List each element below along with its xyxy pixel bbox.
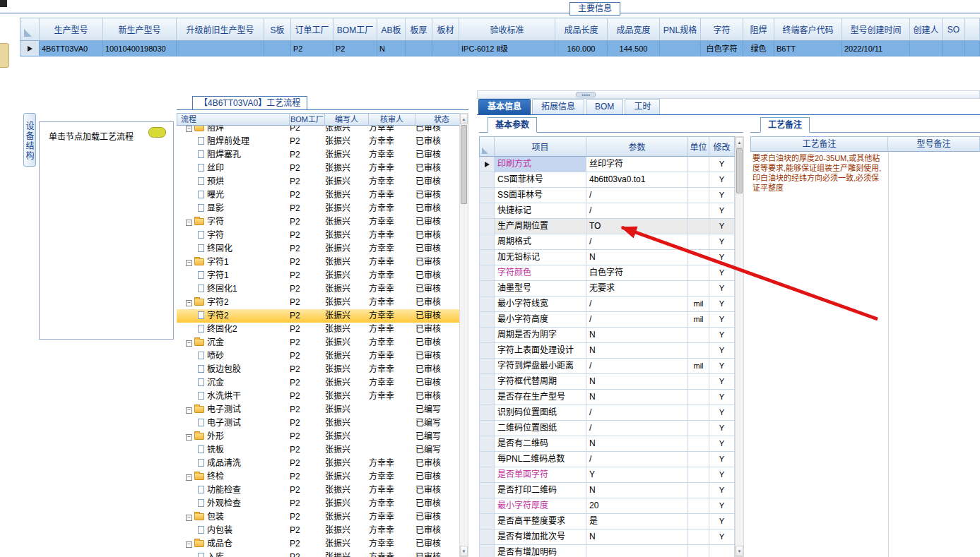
expand-toggle-icon[interactable]: −	[186, 340, 192, 347]
equipment-structure-tab[interactable]: 设备结构	[23, 113, 36, 167]
column-header[interactable]: PNL规格	[660, 18, 701, 41]
tree-row[interactable]: 铣板P2张振兴已编写	[177, 443, 468, 457]
tab-BOM[interactable]: BOM	[586, 99, 623, 114]
param-value[interactable]	[586, 545, 688, 557]
splitter-handle[interactable]: ●●●●	[576, 92, 596, 97]
param-row[interactable]: 加无铅标记NY	[479, 250, 735, 265]
expand-toggle-icon[interactable]: −	[186, 474, 192, 481]
param-row[interactable]: SS面菲林号/Y	[479, 188, 735, 203]
tree-row[interactable]: −字符1P2张振兴方幸幸已审核	[177, 256, 468, 269]
column-header[interactable]: 字符	[701, 18, 743, 41]
scroll-down-icon[interactable]: ▼	[736, 546, 743, 556]
param-column-header[interactable]: 参数	[586, 136, 688, 157]
expand-toggle-icon[interactable]: −	[186, 434, 192, 441]
param-value[interactable]: 丝印字符	[586, 157, 688, 172]
param-row[interactable]: 是否有增加批次号NY	[479, 529, 735, 545]
tree-row[interactable]: −沉金P2张振兴方幸幸已审核	[177, 336, 468, 349]
tree-row[interactable]: 阻焊前处理P2张振兴方幸幸已审核	[177, 135, 468, 148]
param-row[interactable]: 最小字符厚度20Y	[479, 498, 735, 514]
column-header[interactable]: 创建人	[910, 18, 943, 41]
param-row[interactable]: 字符上表面处理设计NY	[479, 343, 735, 359]
param-row[interactable]: 最小字符高度/milY	[479, 312, 735, 328]
param-value[interactable]: /	[586, 297, 688, 312]
tree-row[interactable]: −成品仓P2张振兴方幸幸已审核	[177, 537, 468, 551]
tree-row[interactable]: 水洗烘干P2张振兴方幸幸已审核	[177, 390, 468, 403]
expand-toggle-icon[interactable]: −	[186, 126, 192, 132]
column-header[interactable]: 阻焊	[743, 18, 774, 41]
param-value[interactable]: Y	[586, 467, 688, 483]
tree-row[interactable]: 沉金P2张振兴方幸幸已审核	[177, 376, 468, 390]
scroll-thumb[interactable]	[461, 125, 467, 204]
param-value[interactable]: /	[586, 359, 688, 374]
tree-row[interactable]: −阻焊P2张振兴方幸幸已审核	[177, 126, 468, 135]
param-value[interactable]: TO	[586, 219, 688, 234]
main-info-selected-row[interactable]: 4B6TT03VA010010400198030P2P2NIPC-6012 Ⅱ级…	[20, 41, 980, 56]
param-value[interactable]: 是	[586, 514, 688, 529]
column-header[interactable]: 新生产型号	[103, 18, 177, 41]
tree-row[interactable]: −外形P2张振兴已编写	[177, 430, 468, 443]
tree-row[interactable]: −包装P2张振兴方幸幸已审核	[177, 510, 468, 524]
expand-toggle-icon[interactable]: −	[186, 515, 192, 521]
param-row[interactable]: 印刷方式丝印字符Y	[479, 157, 735, 172]
param-row[interactable]: 每PNL二维码总数/Y	[479, 452, 735, 467]
tab-工时[interactable]: 工时	[625, 99, 660, 114]
param-row[interactable]: 字符到焊盘最小距离/milY	[479, 359, 735, 374]
tree-row[interactable]: 外观检查P2张振兴方幸幸已审核	[177, 497, 468, 510]
column-header[interactable]: SO	[943, 18, 965, 41]
column-header[interactable]: 订单工厂	[291, 18, 333, 41]
param-row[interactable]: 是否有增加明码	[479, 545, 735, 557]
param-value[interactable]: N	[586, 436, 688, 452]
expand-toggle-icon[interactable]: −	[186, 300, 192, 306]
tree-row[interactable]: −字符2P2张振兴方幸幸已审核	[177, 296, 468, 309]
param-value[interactable]: /	[586, 452, 688, 467]
param-row[interactable]: 识别码位置图纸/Y	[479, 405, 735, 421]
column-header[interactable]: 板材	[432, 18, 459, 41]
param-row[interactable]: 字符颜色白色字符Y	[479, 265, 735, 281]
expand-toggle-icon[interactable]: −	[186, 407, 192, 414]
param-row[interactable]: 周期格式/Y	[479, 234, 735, 250]
column-header[interactable]: 板厚	[406, 18, 432, 41]
column-header[interactable]: BOM工厂	[333, 18, 377, 41]
param-column-header[interactable]: 项目	[495, 136, 586, 157]
param-value[interactable]: /	[586, 312, 688, 328]
tree-row[interactable]: 显影P2张振兴方幸幸已审核	[177, 202, 468, 215]
scroll-up-icon[interactable]: ▲	[460, 114, 468, 124]
tree-row[interactable]: 电子测试P2张振兴已编写	[177, 417, 468, 430]
param-value[interactable]: /	[586, 421, 688, 436]
param-row[interactable]: 油墨型号无要求Y	[479, 281, 735, 297]
param-row[interactable]: 是否有二维码NY	[479, 436, 735, 452]
column-header[interactable]: 成品长度	[555, 18, 608, 41]
param-value[interactable]: N	[586, 390, 688, 405]
tree-row[interactable]: 功能检查P2张振兴方幸幸已审核	[177, 484, 468, 497]
tree-row[interactable]: 板边包胶P2张振兴方幸幸已审核	[177, 363, 468, 376]
tab-拓展信息[interactable]: 拓展信息	[532, 99, 584, 114]
param-value[interactable]: N	[586, 374, 688, 390]
notes-column-header[interactable]: 型号备注	[888, 136, 980, 152]
param-row[interactable]: 是否打印二维码NY	[479, 483, 735, 498]
tree-row[interactable]: −终检P2张振兴方幸幸已审核	[177, 470, 468, 484]
param-value[interactable]: N	[586, 529, 688, 545]
tree-row[interactable]: 入库P2张振兴方幸幸已审核	[177, 551, 468, 557]
param-value[interactable]: 4b6tt03va0.to1	[586, 172, 688, 188]
tab-basic-params[interactable]: 基本参数	[488, 117, 537, 133]
param-value[interactable]: /	[586, 188, 688, 203]
left-edge-tab[interactable]	[0, 43, 9, 68]
param-value[interactable]: N	[586, 250, 688, 265]
tree-column-header[interactable]: 编写人	[325, 113, 369, 126]
param-row[interactable]: CS面菲林号4b6tt03va0.to1Y	[479, 172, 735, 188]
tree-row[interactable]: 喷砂P2张振兴方幸幸已审核	[177, 349, 468, 363]
scroll-thumb[interactable]	[736, 148, 743, 193]
tree-column-header[interactable]: 流程	[177, 113, 290, 126]
scroll-up-icon[interactable]: ▲	[736, 137, 743, 148]
expand-toggle-icon[interactable]: −	[186, 260, 192, 266]
params-scrollbar[interactable]: ▲ ▼	[735, 136, 744, 557]
param-column-header[interactable]: 修改	[709, 136, 735, 157]
param-row[interactable]: 是否存在生产型号NY	[479, 390, 735, 405]
tree-row[interactable]: 终固化2P2张振兴方幸幸已审核	[177, 323, 468, 336]
tree-row[interactable]: 曝光P2张振兴方幸幸已审核	[177, 188, 468, 202]
column-header[interactable]: AB板	[377, 18, 406, 41]
tree-row[interactable]: 字符P2张振兴方幸幸已审核	[177, 229, 468, 242]
tree-row[interactable]: −电子测试P2张振兴已编写	[177, 403, 468, 417]
scroll-down-icon[interactable]: ▼	[460, 546, 468, 556]
param-column-header[interactable]: 单位	[688, 136, 709, 157]
